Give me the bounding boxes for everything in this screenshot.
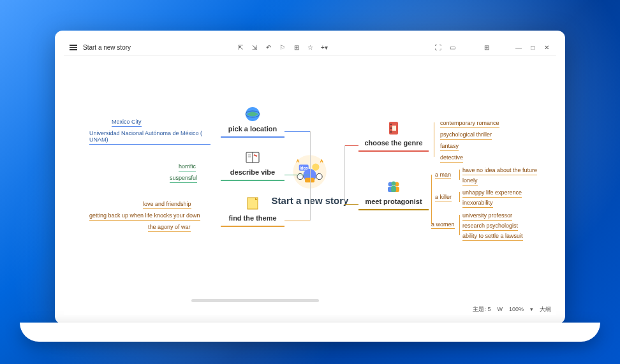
- leaf-women-2[interactable]: ability to settle a lawsuit: [462, 231, 523, 241]
- leaf-theme-0[interactable]: love and friendship: [143, 200, 191, 209]
- book-icon: [244, 149, 261, 166]
- stem-vibe[interactable]: describe vibe: [221, 149, 284, 181]
- tag-icon[interactable]: ⊞: [292, 43, 301, 52]
- globe-icon: [244, 106, 261, 122]
- toolbar-right-1: ⛶ ▭: [434, 43, 457, 52]
- leaf-genre-2[interactable]: fantasy: [440, 142, 459, 151]
- laptop-base: [20, 323, 600, 342]
- leaf-theme-2[interactable]: the agony of war: [148, 222, 191, 232]
- connector: [344, 204, 358, 205]
- leaf-women-1[interactable]: research psychologist: [462, 221, 518, 231]
- maximize-icon[interactable]: □: [528, 43, 537, 52]
- screen-bezel: Start a new story ⇱ ⇲ ↶ ⚐ ⊞ ☆ +▾ ⛶ ▭: [55, 31, 565, 324]
- svg-text:Idea: Idea: [300, 166, 308, 170]
- app-window: Start a new story ⇱ ⇲ ↶ ⚐ ⊞ ☆ +▾ ⛶ ▭: [64, 40, 556, 315]
- window-controls: — □ ✕: [514, 43, 551, 52]
- document-title: Start a new story: [83, 44, 131, 51]
- svg-point-5: [313, 163, 320, 170]
- connector: [459, 215, 460, 235]
- redo-icon[interactable]: ⚐: [278, 43, 287, 52]
- svg-rect-20: [392, 126, 396, 131]
- chevron-down-icon[interactable]: ▾: [530, 306, 533, 312]
- stem-theme-label: find the theme: [228, 214, 276, 222]
- svg-point-18: [390, 127, 392, 129]
- connector: [310, 181, 311, 221]
- connector: [344, 145, 345, 204]
- outline-label[interactable]: 大纲: [540, 305, 551, 314]
- notebook-icon: [385, 120, 402, 136]
- connector: [431, 175, 432, 224]
- leaf-vibe-1[interactable]: suspensful: [170, 173, 197, 183]
- stem-theme[interactable]: find the theme: [221, 195, 284, 227]
- sub-women[interactable]: a women: [431, 221, 455, 229]
- add-icon[interactable]: +▾: [320, 43, 329, 52]
- stem-genre-label: choose the genre: [364, 139, 422, 147]
- undo-icon[interactable]: ↶: [264, 43, 273, 52]
- stem-protagonist-label: meet protagonist: [365, 198, 422, 205]
- leaf-genre-1[interactable]: psychological thriller: [440, 130, 492, 140]
- status-bar: 主题: 5 W 100% ▾ 大纲: [468, 303, 556, 315]
- toolbar-center: ⇱ ⇲ ↶ ⚐ ⊞ ☆ +▾: [236, 43, 329, 52]
- share-icon[interactable]: ⇲: [250, 43, 259, 52]
- stem-location-label: pick a location: [228, 125, 277, 133]
- leaf-genre-0[interactable]: contemporary romance: [440, 119, 499, 128]
- fullscreen-icon[interactable]: ⛶: [434, 43, 443, 52]
- pointer-icon[interactable]: ⇱: [236, 43, 245, 52]
- sub-killer[interactable]: a killer: [435, 193, 452, 201]
- connector: [434, 122, 434, 157]
- menu-icon[interactable]: [69, 43, 78, 52]
- connector: [344, 145, 358, 146]
- present-icon[interactable]: ▭: [448, 43, 457, 52]
- connector: [284, 221, 310, 221]
- laptop-frame: Start a new story ⇱ ⇲ ↶ ⚐ ⊞ ☆ +▾ ⛶ ▭: [20, 31, 600, 342]
- sub-man[interactable]: a man: [435, 171, 451, 179]
- svg-point-19: [390, 131, 392, 133]
- stem-location[interactable]: pick a location: [221, 106, 284, 138]
- connector: [284, 131, 310, 132]
- connector: [459, 192, 460, 202]
- leaf-women-0[interactable]: university professor: [462, 211, 512, 221]
- mindmap-canvas[interactable]: Idea Start a new story: [64, 56, 556, 303]
- stem-vibe-label: describe vibe: [230, 168, 275, 176]
- leaf-location-1[interactable]: Universidad Nacional Autónoma de México …: [89, 129, 210, 145]
- stem-genre[interactable]: choose the genre: [358, 120, 429, 152]
- horizontal-scrollbar[interactable]: [191, 299, 319, 302]
- leaf-vibe-0[interactable]: horrific: [179, 162, 196, 171]
- zoom-level[interactable]: 100%: [509, 306, 524, 312]
- connector: [459, 170, 460, 180]
- titlebar: Start a new story ⇱ ⇲ ↶ ⚐ ⊞ ☆ +▾ ⛶ ▭: [64, 40, 556, 56]
- leaf-man-1[interactable]: lonely: [462, 176, 478, 186]
- svg-point-17: [390, 124, 392, 125]
- leaf-man-0[interactable]: have no idea about the future: [462, 166, 537, 175]
- star-icon[interactable]: ☆: [306, 43, 315, 52]
- word-icon[interactable]: W: [497, 306, 503, 312]
- leaf-genre-3[interactable]: detective: [440, 153, 463, 163]
- people-icon: [385, 178, 402, 195]
- svg-point-7: [316, 173, 322, 179]
- layout-icon[interactable]: ⊞: [482, 43, 491, 52]
- svg-point-25: [392, 182, 396, 186]
- connector: [284, 175, 310, 175]
- connector: [310, 131, 311, 181]
- leaf-theme-1[interactable]: getting back up when life knocks your do…: [89, 211, 200, 221]
- minimize-icon[interactable]: —: [514, 43, 523, 52]
- toolbar-right-2: ⊞: [482, 43, 491, 52]
- topic-count: 主题: 5: [473, 305, 491, 314]
- svg-rect-26: [391, 186, 396, 192]
- note-icon: [244, 195, 261, 212]
- leaf-location-0[interactable]: Mexico City: [112, 117, 142, 127]
- leaf-killer-0[interactable]: unhappy life experence: [462, 188, 522, 198]
- stem-protagonist[interactable]: meet protagonist: [358, 178, 429, 210]
- leaf-killer-1[interactable]: inexorability: [462, 198, 493, 208]
- close-icon[interactable]: ✕: [542, 43, 551, 52]
